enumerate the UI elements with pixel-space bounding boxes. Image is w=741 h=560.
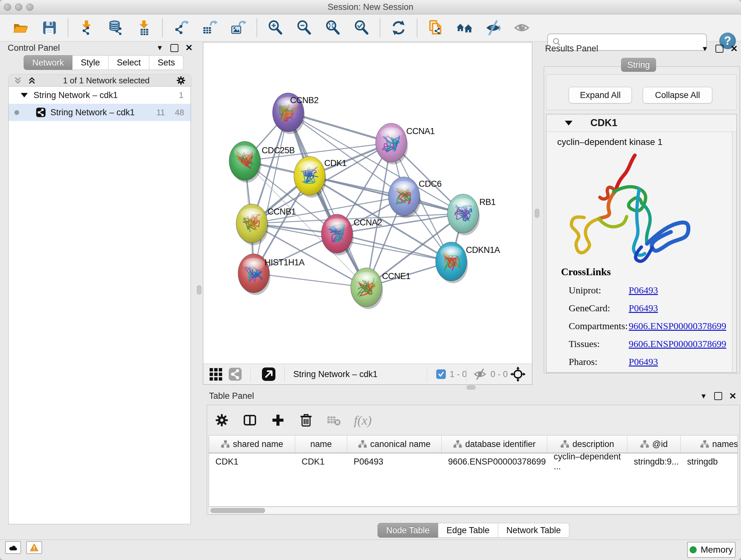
table-hscrollbar[interactable]	[209, 507, 738, 514]
import-network-button[interactable]	[78, 19, 95, 37]
zoom-fit-button[interactable]	[324, 19, 341, 37]
network-edge[interactable]	[254, 112, 288, 273]
column-header-namespace[interactable]: namespace	[681, 435, 738, 453]
results-menu-icon[interactable]: ▼	[701, 45, 709, 53]
zoom-in-button[interactable]	[267, 19, 284, 37]
table-cell[interactable]: CDK1	[209, 453, 295, 470]
open-folder-button[interactable]	[12, 19, 29, 37]
table-cell[interactable]: stringdb	[681, 453, 738, 470]
show-columns-button[interactable]	[242, 412, 258, 428]
selected-counts-indicator[interactable]: 1 - 0	[436, 364, 467, 384]
network-node-rb1[interactable]: RB1	[448, 194, 495, 235]
tab-sets[interactable]: Sets	[149, 55, 184, 70]
import-table-button[interactable]	[135, 19, 152, 37]
network-view[interactable]: CCNB2CCNA1CDC25BCDK1CDC6RB1CCNB1CCNA2CDK…	[203, 42, 532, 385]
column-header-database-identifier[interactable]: database identifier	[442, 435, 547, 453]
zoom-selected-button[interactable]	[353, 19, 370, 37]
table-cell[interactable]: 9606.ENSP00000378699	[442, 453, 547, 470]
birdseye-toggle-button[interactable]	[208, 364, 223, 384]
column-header--id[interactable]: @id	[627, 435, 681, 453]
tab-select[interactable]: Select	[109, 55, 149, 70]
cloud-status-button[interactable]	[5, 541, 21, 554]
crosslink-link[interactable]: 9606.ENSP00000378699	[629, 338, 726, 349]
detach-view-button[interactable]	[261, 364, 276, 384]
network-canvas[interactable]: CCNB2CCNA1CDC25BCDK1CDC6RB1CCNB1CCNA2CDK…	[203, 43, 532, 364]
crosslink-link[interactable]: P06493	[629, 285, 658, 296]
table-hscroll-thumb[interactable]	[210, 508, 265, 513]
network-node-ccnb2[interactable]: CCNB2	[273, 93, 319, 134]
collection-disclosure-icon[interactable]	[21, 93, 28, 98]
table-cell[interactable]: stringdb:9...	[627, 453, 681, 470]
results-float-icon[interactable]	[716, 45, 724, 53]
network-options-gear-icon[interactable]	[176, 75, 186, 85]
expand-all-networks-icon[interactable]	[13, 76, 23, 85]
import-database-button[interactable]	[107, 19, 124, 37]
crosslink-link[interactable]: 9606.ENSP00000378699	[629, 320, 726, 331]
table-cell[interactable]: P06493	[347, 453, 442, 470]
column-header-description[interactable]: description	[547, 435, 627, 453]
table-options-button[interactable]	[213, 412, 230, 428]
hide-eye-button[interactable]	[484, 19, 502, 37]
export-network-button[interactable]	[172, 19, 190, 37]
add-column-button[interactable]	[270, 412, 286, 428]
network-node-cdkn1a[interactable]: CDKN1A	[435, 242, 500, 283]
panel-close-icon[interactable]: ✕	[185, 44, 193, 52]
crosslink-link[interactable]: P06493	[629, 356, 658, 367]
expand-all-button[interactable]: Expand All	[569, 87, 632, 104]
refresh-button[interactable]	[390, 19, 407, 37]
tab-network[interactable]: Network	[23, 55, 72, 70]
export-table-button[interactable]	[201, 19, 218, 37]
memory-button[interactable]: Memory	[687, 542, 736, 558]
save-button[interactable]	[41, 19, 58, 37]
home-button[interactable]	[456, 19, 473, 37]
export-image-button[interactable]	[230, 19, 247, 37]
table-close-icon[interactable]: ✕	[729, 392, 737, 401]
network-node-ccna1[interactable]: CCNA1	[376, 123, 434, 165]
tab-style[interactable]: Style	[72, 55, 109, 70]
hidden-counts-indicator[interactable]: 0 - 0	[473, 364, 508, 384]
collection-count: 1	[179, 90, 184, 100]
table-row[interactable]: CDK1CDK1P064939606.ENSP00000378699cyclin…	[209, 453, 738, 470]
tab-network-table[interactable]: Network Table	[498, 523, 569, 538]
collapse-all-networks-icon[interactable]	[27, 76, 37, 85]
network-node-ccne1[interactable]: CCNE1	[351, 268, 410, 309]
network-collection-row[interactable]: String Network – cdk1 1	[9, 86, 191, 104]
tab-string[interactable]: String	[621, 58, 656, 72]
tab-node-table[interactable]: Node Table	[378, 523, 438, 538]
column-header-canonical-name[interactable]: canonical name	[347, 435, 442, 453]
network-badge-button[interactable]	[228, 364, 242, 384]
show-eye-button[interactable]	[513, 19, 530, 37]
fit-center-button[interactable]	[510, 364, 526, 384]
table-cell[interactable]: CDK1	[295, 453, 347, 470]
network-edge[interactable]	[254, 273, 366, 287]
warnings-button[interactable]	[26, 541, 42, 554]
right-splitter-handle[interactable]	[535, 209, 539, 218]
duplicate-network-button[interactable]	[427, 19, 444, 37]
column-header-name[interactable]: name	[295, 435, 347, 453]
left-splitter-handle[interactable]	[197, 286, 201, 294]
crosslink-link[interactable]: P06493	[629, 303, 658, 314]
table-float-icon[interactable]	[714, 392, 722, 400]
collapse-all-button[interactable]: Collapse All	[643, 87, 712, 104]
panel-float-icon[interactable]	[171, 44, 179, 52]
zoom-out-button[interactable]	[295, 19, 313, 37]
tab-edge-table[interactable]: Edge Table	[438, 523, 498, 538]
node-table[interactable]: shared namename canonical name database …	[209, 435, 738, 507]
delete-column-button[interactable]	[298, 412, 314, 428]
panel-menu-icon[interactable]: ▼	[156, 44, 163, 52]
network-node-ccnb1[interactable]: CCNB1	[236, 204, 296, 245]
network-node-hist1h1a[interactable]: HIST1H1A	[238, 254, 305, 295]
node-detail-header[interactable]: CDK1	[546, 114, 737, 132]
results-close-icon[interactable]: ✕	[731, 44, 738, 53]
column-header-shared-name[interactable]: shared name	[209, 435, 295, 453]
refresh-icon	[391, 20, 407, 36]
section-disclosure-icon[interactable]	[565, 121, 572, 125]
table-menu-icon[interactable]: ▼	[700, 392, 707, 400]
results-scrollbar[interactable]	[732, 132, 737, 372]
network-node-cdk1[interactable]: CDK1	[294, 157, 347, 198]
table-cell[interactable]: cyclin–dependent ...	[547, 453, 627, 470]
section-title: CDK1	[590, 117, 617, 129]
network-node-cdc25b[interactable]: CDC25B	[229, 141, 295, 183]
network-node-cdc6[interactable]: CDC6	[388, 177, 442, 218]
network-row[interactable]: String Network – cdk1 11 48	[9, 104, 191, 121]
